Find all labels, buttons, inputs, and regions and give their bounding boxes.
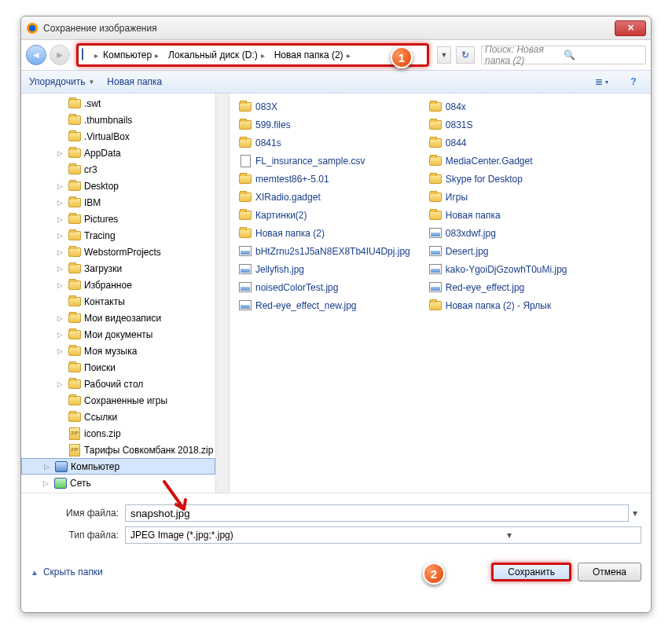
tree-item[interactable]: Сохраненные игры xyxy=(21,392,215,409)
folder-tree[interactable]: .swt.thumbnails.VirtualBox▷AppDatacr3▷De… xyxy=(21,94,216,493)
chevron-down-icon: ▾ xyxy=(384,530,637,541)
file-item[interactable]: noisedColorTest.jpg xyxy=(237,279,412,295)
tree-item[interactable]: cr3 xyxy=(21,161,215,178)
scrollbar[interactable] xyxy=(216,94,230,493)
tree-item-label: .thumbnails xyxy=(84,115,132,126)
new-folder-button[interactable]: Новая папка xyxy=(107,76,162,87)
file-list[interactable]: 083X599.files0841sFL_insurance_sample.cs… xyxy=(230,94,651,493)
folder-icon xyxy=(68,394,81,407)
folder-icon xyxy=(68,229,81,242)
folder-icon xyxy=(239,191,252,204)
tree-item[interactable]: ▷Desktop xyxy=(21,178,215,194)
tree-item-label: Pictures xyxy=(84,214,118,225)
filetype-select[interactable]: JPEG Image (*.jpg;*.jpg) ▾ xyxy=(125,526,641,544)
file-item-label: noisedColorTest.jpg xyxy=(255,282,338,293)
tree-item[interactable]: ▷Рабочий стол xyxy=(21,376,215,392)
file-item[interactable]: FL_insurance_sample.csv xyxy=(237,152,412,169)
file-item-label: Новая папка (2) - Ярлык xyxy=(446,300,551,311)
tree-item[interactable]: Поиски xyxy=(21,359,215,376)
search-input[interactable]: Поиск: Новая папка (2) 🔍 xyxy=(481,46,646,64)
tree-item[interactable]: ▷Избранное xyxy=(21,277,215,293)
file-item-label: Новая папка (2) xyxy=(255,228,325,239)
breadcrumb-segment[interactable]: Локальный диск (D:)▸ xyxy=(163,46,270,64)
tree-item[interactable]: .thumbnails xyxy=(21,112,215,128)
annotation-arrow xyxy=(160,478,192,519)
file-item-label: Red-eye_effect.jpg xyxy=(446,282,525,293)
tree-item-label: AppData xyxy=(84,148,121,159)
file-item[interactable]: MediaCenter.Gadget xyxy=(428,152,569,169)
tree-item-label: Контакты xyxy=(84,296,125,307)
file-item-label: 0831S xyxy=(446,119,473,130)
tree-item[interactable]: Ссылки xyxy=(21,409,215,425)
chevron-right-icon: ▸ xyxy=(261,51,265,60)
organize-menu[interactable]: Упорядочить ▼ xyxy=(29,76,94,87)
file-item[interactable]: Desert.jpg xyxy=(428,243,569,259)
filename-input[interactable] xyxy=(125,504,629,522)
tree-item[interactable]: icons.zip xyxy=(21,425,215,442)
search-icon[interactable]: 🔍 xyxy=(564,50,642,60)
annotation-callout-2: 2 xyxy=(423,563,445,585)
file-item[interactable]: Новая папка xyxy=(428,207,569,223)
filename-dropdown[interactable]: ▾ xyxy=(629,508,641,519)
file-item-label: Картинки(2) xyxy=(255,210,307,221)
tree-item-label: Сеть xyxy=(70,478,91,489)
file-item[interactable]: kako-YgoiDjGzowhT0uMi.jpg xyxy=(428,261,569,277)
tree-item[interactable]: .swt xyxy=(21,95,215,112)
file-item[interactable]: 0844 xyxy=(428,134,569,151)
expand-icon: ▷ xyxy=(57,232,65,240)
file-item[interactable]: bHtZrnu2s1J5aN8EX8Tb4IU4Dpj.jpg xyxy=(237,243,412,259)
cancel-button[interactable]: Отмена xyxy=(578,563,641,581)
file-item[interactable]: 084x xyxy=(428,98,569,115)
folder-icon xyxy=(68,411,81,424)
tree-item[interactable]: ▷AppData xyxy=(21,145,215,161)
view-mode-button[interactable]: ≣▼ xyxy=(593,73,611,90)
tree-item-label: Поиски xyxy=(84,362,116,373)
tree-item[interactable]: ▷IBM xyxy=(21,194,215,211)
close-button[interactable]: ✕ xyxy=(615,20,646,36)
breadcrumb-segment[interactable]: Компьютер▸ xyxy=(98,46,163,64)
tree-item[interactable]: ▷Компьютер xyxy=(21,458,215,475)
file-item[interactable]: 083X xyxy=(237,98,412,115)
tree-item[interactable]: ▷Tracing xyxy=(21,227,215,244)
tree-item[interactable]: ▷WebstormProjects xyxy=(21,244,215,260)
help-button[interactable]: ? xyxy=(624,73,643,90)
file-item[interactable]: Картинки(2) xyxy=(237,207,412,223)
breadcrumb-segment[interactable]: Новая папка (2)▸ xyxy=(270,46,355,64)
tree-item[interactable]: ▷Моя музыка xyxy=(21,343,215,359)
tree-item[interactable]: Тарифы Совкомбанк 2018.zip xyxy=(21,442,215,458)
hide-folders-link[interactable]: ▲ Скрыть папки xyxy=(31,566,103,578)
back-button[interactable]: ◄ xyxy=(26,45,46,65)
folder-icon xyxy=(68,345,81,358)
folder-icon xyxy=(239,173,252,185)
file-item[interactable]: XIRadio.gadget xyxy=(237,189,412,205)
save-button[interactable]: Сохранить xyxy=(491,563,571,581)
file-item-label: Red-eye_effect_new.jpg xyxy=(255,300,357,311)
breadcrumb[interactable]: ▸ Компьютер▸ Локальный диск (D:)▸ Новая … xyxy=(76,43,429,67)
breadcrumb-dropdown[interactable]: ▼ xyxy=(437,46,451,64)
file-item[interactable]: Skype for Desktop xyxy=(428,170,569,187)
file-item[interactable]: 0831S xyxy=(428,116,569,133)
file-item[interactable]: 083xdwf.jpg xyxy=(428,225,569,241)
file-item[interactable]: Red-eye_effect_new.jpg xyxy=(237,297,412,314)
tree-item[interactable]: ▷Мои видеозаписи xyxy=(21,310,215,326)
file-item[interactable]: Red-eye_effect.jpg xyxy=(428,279,569,295)
forward-button[interactable]: ► xyxy=(50,45,70,65)
file-item[interactable]: Jellyfish.jpg xyxy=(237,261,412,277)
file-item[interactable]: Новая папка (2) xyxy=(237,225,412,241)
tree-item[interactable]: Контакты xyxy=(21,293,215,310)
tree-item[interactable]: ▷Мои документы xyxy=(21,326,215,343)
file-item[interactable]: memtest86+-5.01 xyxy=(237,170,412,187)
file-item[interactable]: Игры xyxy=(428,189,569,205)
tree-item[interactable]: ▷Загрузки xyxy=(21,260,215,277)
folder-icon xyxy=(68,262,81,275)
file-item[interactable]: 599.files xyxy=(237,116,412,133)
file-item[interactable]: Новая папка (2) - Ярлык xyxy=(428,297,569,314)
file-item[interactable]: 0841s xyxy=(237,134,412,151)
folder-icon xyxy=(68,295,81,308)
refresh-button[interactable]: ↻ xyxy=(456,46,475,64)
image-icon xyxy=(239,245,252,258)
tree-item[interactable]: .VirtualBox xyxy=(21,128,215,145)
refresh-icon: ↻ xyxy=(461,50,469,60)
chevron-up-icon: ▲ xyxy=(31,568,39,577)
tree-item[interactable]: ▷Pictures xyxy=(21,211,215,227)
